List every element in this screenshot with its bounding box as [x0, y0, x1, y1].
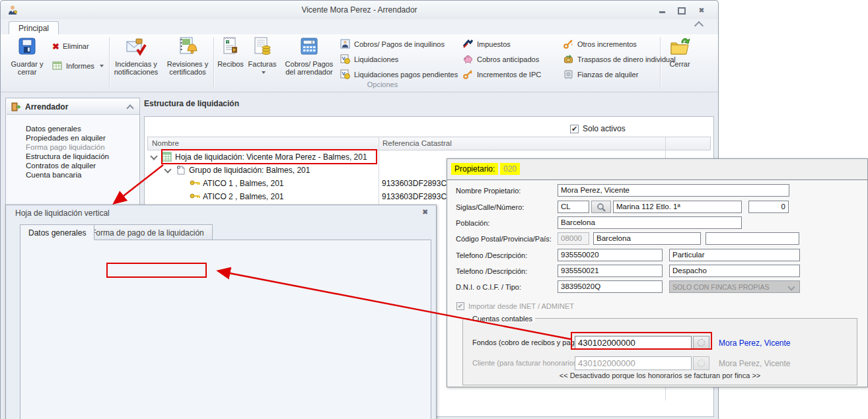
invoices-label: Facturas: [246, 60, 278, 68]
liquidation-icon: V: [340, 69, 351, 80]
sidebar-item-contratos[interactable]: Contratos de alquiler: [26, 161, 138, 170]
save-icon: [6, 36, 48, 59]
tel2-input[interactable]: 935550021: [558, 265, 663, 277]
dropdown-caret-icon: [262, 71, 266, 74]
deposits-item[interactable]: Fianzas de alquiler: [563, 69, 638, 80]
reports-button[interactable]: Informes: [52, 61, 104, 71]
close-button[interactable]: ✖: [694, 5, 709, 15]
provincia-input[interactable]: Barcelona: [593, 232, 701, 245]
importar-label: Importar desde INET / ADMINET: [468, 302, 574, 310]
taxes-icon: [463, 39, 474, 49]
numero-input[interactable]: 0: [748, 201, 789, 213]
titlebar[interactable]: Vicente Mora Perez - Arrendador ✖: [1, 1, 718, 19]
sidebar-item-cuenta-bancaria[interactable]: Cuenta bancaria: [26, 170, 138, 179]
propietario-label: Propietario:: [451, 163, 498, 175]
siglas-input[interactable]: CL: [558, 201, 589, 213]
tel2-desc-input[interactable]: Despacho: [669, 265, 800, 277]
calculator-icon: 0: [281, 36, 338, 59]
window-title: Vicente Mora Perez - Arrendador: [1, 5, 718, 15]
disabled-note: << Desactivado porque los honorarios se …: [463, 371, 857, 379]
pais-input[interactable]: [705, 232, 799, 245]
checkbox-checked-icon: ✔: [570, 125, 579, 133]
dropdown-caret-icon: [100, 65, 104, 67]
ribbon-tab-row: Principal: [1, 19, 718, 34]
invoices-button[interactable]: Facturas: [246, 36, 278, 76]
solo-activos-label: Solo activos: [583, 124, 626, 133]
sidebar-item-estructura[interactable]: Estructura de liquidación: [26, 152, 138, 161]
report-icon: [52, 61, 63, 71]
ipc-increases-item[interactable]: Incrementos de IPC: [463, 69, 541, 80]
tree-row-ref: 9133603DF2893C10: [382, 192, 456, 201]
nombre-propietario-label: Nombre Propietario:: [456, 187, 521, 195]
pending-liquidations-item[interactable]: V Liquidaciones pagos pendientes: [340, 69, 458, 80]
tel1-desc-input[interactable]: Particular: [669, 249, 800, 261]
item-label: Liquidaciones pagos pendientes: [354, 71, 458, 79]
expand-icon[interactable]: [150, 152, 157, 160]
item-label: Cobros/ Pagos de inquilinos: [354, 40, 445, 48]
item-label: Liquidaciones: [354, 55, 398, 63]
close-form-label: Cerrar: [663, 60, 697, 68]
ribbon-separator: [213, 37, 215, 87]
screenshot-canvas: Vicente Mora Perez - Arrendador ✖ Princi…: [0, 0, 868, 419]
propietario-header: Propietario: 020: [447, 159, 867, 180]
sidebar-item-datos-generales[interactable]: Datos generales: [26, 124, 138, 133]
tab-principal[interactable]: Principal: [9, 21, 59, 35]
save-close-button[interactable]: Guardar y cerrar: [6, 36, 48, 76]
money-transfer-item[interactable]: Traspasos de dinero individual: [563, 54, 676, 65]
other-increases-item[interactable]: Otros incrementos: [563, 39, 637, 49]
cuentas-contables-group: Cuentas contables Fondos (cobro de recib…: [462, 318, 857, 385]
advance-collections-item[interactable]: Cobros anticipados: [463, 54, 539, 65]
safe-icon: [563, 69, 574, 80]
minimize-button[interactable]: [655, 5, 669, 15]
item-label: Cobros anticipados: [477, 55, 539, 63]
column-referencia[interactable]: Referencia Catastral: [382, 139, 452, 147]
dialog-close-icon[interactable]: ✖: [422, 208, 428, 216]
tel2-label: Telefono /Descripción:: [456, 267, 527, 275]
street-search-button[interactable]: [591, 201, 611, 213]
svg-text:0: 0: [311, 40, 313, 44]
sidebar-header[interactable]: Arrendador: [7, 99, 139, 115]
solo-activos-checkbox[interactable]: ✔ Solo activos: [570, 124, 626, 133]
expand-icon[interactable]: [164, 166, 171, 173]
invoices-icon: [246, 36, 278, 59]
dialog-hoja-liquidacion: Hoja de liquidación vertical ✖ Datos gen…: [5, 205, 437, 419]
collapse-icon[interactable]: [126, 104, 133, 112]
landlord-payments-button[interactable]: 0 Cobros/ Pagos del arrendador: [281, 36, 338, 76]
column-nombre[interactable]: Nombre: [152, 139, 179, 147]
item-label: Incrementos de IPC: [477, 71, 541, 79]
item-label: Impuestos: [477, 40, 511, 48]
dni-input[interactable]: 38395020Q: [558, 280, 663, 293]
key-icon: [190, 179, 200, 189]
receipts-button[interactable]: T Recibos: [216, 36, 245, 68]
nombre-propietario-input[interactable]: Mora Perez, Vicente: [558, 184, 789, 197]
incidents-button[interactable]: Incidencias y notificaciones: [110, 36, 162, 76]
taxes-item[interactable]: Impuestos: [463, 39, 511, 49]
piggybank-icon: [463, 54, 474, 65]
close-form-button[interactable]: Cerrar: [663, 36, 697, 68]
tree-header-row[interactable]: Nombre Referencia Catastral: [147, 137, 711, 150]
liquidation-icon: V: [340, 54, 351, 65]
calle-input[interactable]: Marina 112 Etlo. 1ª: [613, 201, 742, 213]
tel1-input[interactable]: 935550020: [558, 249, 663, 261]
poblacion-input[interactable]: Barcelona: [558, 216, 742, 229]
revisions-icon: [162, 36, 213, 59]
cp-label: Código Postal/Provincia/País:: [456, 235, 552, 243]
tenant-payments-item[interactable]: Cobros/ Pagos de inquilinos: [340, 39, 445, 49]
sidebar-header-label: Arrendador: [25, 102, 68, 112]
chevron-down-icon: [787, 283, 795, 290]
tab-forma-pago[interactable]: Forma de pago de la liquidación: [83, 224, 213, 240]
maximize-button[interactable]: [674, 5, 689, 15]
liquidations-item[interactable]: V Liquidaciones: [340, 54, 398, 65]
landlord-payments-label: Cobros/ Pagos del arrendador: [281, 60, 338, 76]
delete-button[interactable]: ✖ Eliminar: [52, 41, 89, 51]
landlord-icon: [11, 102, 21, 112]
revisions-button[interactable]: Revisiones y certificados: [162, 36, 213, 76]
fondos-owner-link[interactable]: Mora Perez, Vicente: [719, 338, 791, 348]
item-label: Traspasos de dinero individual: [577, 55, 676, 63]
sidebar-item-propiedades[interactable]: Propiedades en alquiler: [26, 133, 138, 143]
importar-checkbox: ✔ Importar desde INET / ADMINET: [456, 302, 574, 310]
group-doc-icon: [176, 165, 186, 177]
tree-row-label: ATICO 2 , Balmes, 201: [203, 192, 284, 201]
sidebar-item-forma-pago[interactable]: Forma pago liquidación: [26, 143, 138, 152]
tab-datos-generales[interactable]: Datos generales: [20, 224, 94, 240]
